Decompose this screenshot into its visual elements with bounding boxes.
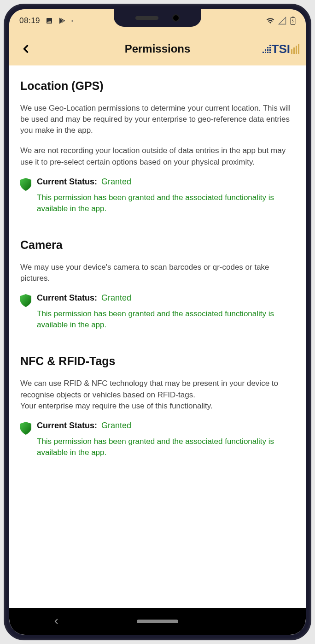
- status-line: Current Status: Granted: [37, 421, 295, 431]
- nav-home-pill[interactable]: [137, 620, 178, 623]
- status-line: Current Status: Granted: [37, 293, 295, 303]
- logo-text: TSI: [272, 42, 290, 56]
- status-row: Current Status: Granted This permission …: [20, 177, 295, 214]
- status-row: Current Status: Granted This permission …: [20, 293, 295, 331]
- page-title: Permissions: [9, 42, 306, 55]
- clock: 08:19: [19, 16, 40, 25]
- status-label: Current Status:: [37, 177, 97, 186]
- status-value: Granted: [101, 293, 131, 302]
- brand-logo: TSI: [262, 42, 299, 56]
- section-description: We use Geo-Location permissions to deter…: [20, 103, 295, 136]
- section-title: Camera: [20, 238, 295, 252]
- section-description: We may use your device's camera to scan …: [20, 262, 295, 284]
- status-value: Granted: [101, 421, 131, 430]
- shield-icon: [20, 294, 31, 307]
- speaker-grille: [135, 16, 158, 20]
- permission-section-camera: Camera We may use your device's camera t…: [20, 238, 295, 331]
- app-header: Permissions TSI: [9, 32, 306, 65]
- front-camera: [172, 14, 180, 22]
- status-label: Current Status:: [37, 421, 97, 430]
- svg-rect-1: [292, 17, 294, 18]
- status-label: Current Status:: [37, 293, 97, 302]
- notch: [114, 9, 201, 27]
- content-area[interactable]: Location (GPS) We use Geo-Location permi…: [9, 65, 306, 608]
- wifi-icon: [266, 17, 274, 25]
- status-line: Current Status: Granted: [37, 177, 295, 187]
- play-store-icon: [58, 17, 66, 24]
- section-title: NFC & RFID-Tags: [20, 354, 295, 368]
- section-description-2: We are not recording your location outsi…: [20, 145, 295, 167]
- battery-charging-icon: [290, 17, 296, 25]
- nav-back-button[interactable]: [51, 616, 62, 627]
- status-value: Granted: [101, 177, 131, 186]
- cellular-icon: [278, 17, 286, 25]
- status-row: Current Status: Granted This permission …: [20, 421, 295, 458]
- system-nav-bar: [9, 608, 306, 635]
- phone-screen: 08:19 •: [9, 9, 306, 635]
- permission-section-nfc: NFC & RFID-Tags We can use RFID & NFC te…: [20, 354, 295, 458]
- status-detail: This permission has been granted and the…: [37, 436, 295, 458]
- permission-section-location: Location (GPS) We use Geo-Location permi…: [20, 79, 295, 214]
- gallery-icon: [46, 17, 53, 24]
- section-description: We can use RFID & NFC technology that ma…: [20, 378, 295, 411]
- shield-icon: [20, 422, 31, 435]
- back-button[interactable]: [16, 39, 36, 59]
- phone-frame: 08:19 •: [5, 5, 310, 639]
- section-title: Location (GPS): [20, 79, 295, 93]
- dot-icon: •: [71, 18, 73, 24]
- status-detail: This permission has been granted and the…: [37, 308, 295, 331]
- status-detail: This permission has been granted and the…: [37, 192, 295, 214]
- shield-icon: [20, 178, 31, 191]
